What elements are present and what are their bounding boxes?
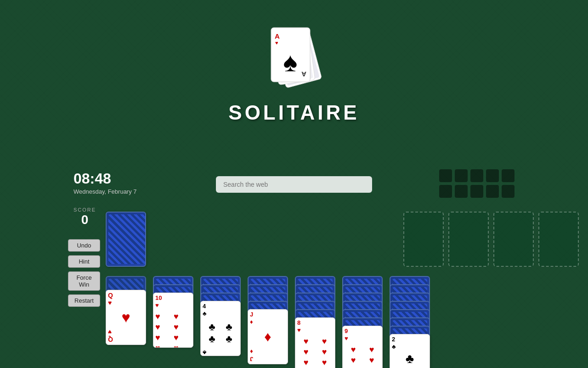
app-icon-1[interactable] [439, 169, 452, 182]
col7-face[interactable]: 2♣ ♣ ♣ 2♣ [390, 334, 430, 368]
foundation-2[interactable] [448, 212, 489, 267]
search-input[interactable] [216, 176, 372, 193]
col2-face[interactable]: 10♥ ♥♥ ♥♥ ♥♥ ♥♥ 10♥ [153, 293, 193, 348]
score-label: SCORE [74, 207, 96, 213]
col3-face[interactable]: 4♣ ♣♣ ♣♣ 4♣ [200, 301, 241, 356]
tableau-col-7[interactable]: 2♣ ♣ ♣ 2♣ [390, 276, 430, 368]
col6-face[interactable]: 9♥ ♥♥ ♥♥ ♥♥ ♥♥ ♥ 9♥ [342, 326, 383, 368]
foundation-1[interactable] [403, 212, 444, 267]
svg-text:A: A [301, 70, 306, 78]
col5-face[interactable]: 8♥ ♥♥ ♥♥ ♥♥ ♥♥ 8♥ [295, 317, 335, 368]
tableau-col-1[interactable]: Q♥ ♥ Q♥ [106, 276, 146, 368]
tableau-col-5[interactable]: 8♥ ♥♥ ♥♥ ♥♥ ♥♥ 8♥ [295, 276, 335, 368]
col4-face[interactable]: J♦ ♦ J♦ [248, 309, 288, 364]
game-header: A ♥ A ♣ A ♥ ♠ A SOLITAIRE [0, 0, 588, 133]
app-icon-2[interactable] [455, 169, 468, 182]
tableau-col-6[interactable]: 9♥ ♥♥ ♥♥ ♥♥ ♥♥ ♥ 9♥ [342, 276, 383, 368]
tableau-col-4[interactable]: J♦ ♦ J♦ [248, 276, 288, 368]
app-icon-7[interactable] [455, 185, 468, 198]
svg-text:A: A [275, 32, 280, 40]
clock-display: 08:48 Wednesday, February 7 [74, 170, 137, 195]
stock-pile[interactable] [106, 212, 146, 267]
app-icon-6[interactable] [439, 185, 452, 198]
undo-button[interactable]: Undo [68, 239, 100, 252]
app-grid [439, 169, 514, 198]
app-icon-9[interactable] [486, 185, 499, 198]
foundation-3[interactable] [493, 212, 534, 267]
card-table: Q♥ ♥ Q♥ 10♥ [106, 212, 579, 363]
clock-date: Wednesday, February 7 [74, 188, 137, 195]
card-logo: A ♥ A ♣ A ♥ ♠ A [257, 18, 331, 97]
tableau-col-3[interactable]: 4♣ ♣♣ ♣♣ 4♣ [200, 276, 241, 368]
game-title: SOLITAIRE [228, 101, 359, 124]
svg-text:♠: ♠ [283, 47, 298, 77]
svg-text:♥: ♥ [275, 40, 278, 46]
foundation-4[interactable] [538, 212, 579, 267]
force-win-button[interactable]: Force Win [68, 271, 100, 291]
score-area: SCORE 0 [74, 207, 96, 227]
tableau-col-2[interactable]: 10♥ ♥♥ ♥♥ ♥♥ ♥♥ 10♥ [153, 276, 193, 368]
restart-button[interactable]: Restart [68, 294, 100, 307]
app-icon-4[interactable] [486, 169, 499, 182]
game-buttons: Undo Hint Force Win Restart [68, 239, 100, 307]
app-icon-10[interactable] [502, 185, 514, 198]
clock-time: 08:48 [74, 170, 137, 187]
foundation-area [403, 212, 579, 267]
app-icon-8[interactable] [470, 185, 483, 198]
app-icon-3[interactable] [470, 169, 483, 182]
search-bar[interactable] [216, 176, 372, 193]
hint-button[interactable]: Hint [68, 255, 100, 268]
tableau-area: Q♥ ♥ Q♥ 10♥ [106, 276, 430, 368]
score-value: 0 [74, 213, 96, 227]
app-icon-5[interactable] [502, 169, 514, 182]
tableau-col-1-card[interactable]: Q♥ ♥ Q♥ [106, 290, 146, 345]
